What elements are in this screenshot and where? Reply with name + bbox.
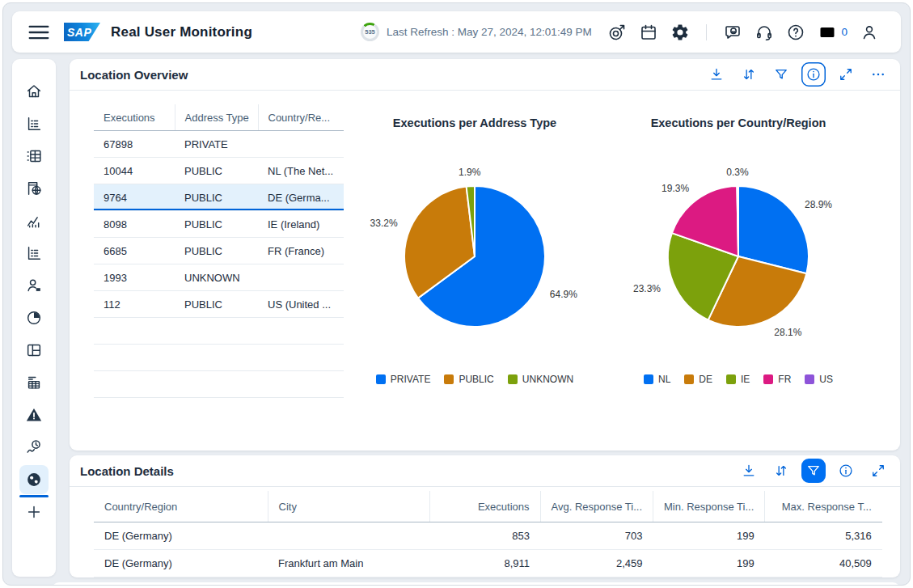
legend-label: PUBLIC bbox=[459, 374, 493, 385]
legend-swatch bbox=[684, 374, 694, 384]
legend-item-ie[interactable]: IE bbox=[726, 374, 750, 385]
table-cell bbox=[258, 131, 344, 158]
legend-item-unknown[interactable]: UNKNOWN bbox=[508, 374, 573, 385]
sidebar-item-users[interactable] bbox=[19, 271, 49, 300]
refresh-countdown-timer[interactable]: 535 bbox=[361, 23, 379, 41]
table-cell bbox=[258, 264, 344, 291]
pie[interactable]: 64.9%33.2%1.9% bbox=[361, 137, 589, 340]
support-button[interactable] bbox=[754, 23, 774, 42]
sidebar-item-dashboard-layout[interactable] bbox=[19, 336, 49, 365]
legend-item-public[interactable]: PUBLIC bbox=[444, 374, 493, 385]
legend-label: NL bbox=[658, 374, 670, 385]
table-row[interactable]: 8098PUBLICIE (Ireland) bbox=[94, 211, 344, 238]
sidebar-item-report-chart-2[interactable] bbox=[19, 239, 49, 268]
table-cell: PRIVATE bbox=[175, 131, 258, 158]
sidebar-item-time-distribution[interactable] bbox=[19, 303, 49, 332]
download-button[interactable] bbox=[737, 459, 761, 483]
help-button[interactable] bbox=[786, 23, 805, 42]
overview-toolbar bbox=[704, 62, 890, 87]
legend-item-nl[interactable]: NL bbox=[644, 374, 670, 385]
download-button[interactable] bbox=[704, 62, 729, 87]
legend-label: FR bbox=[778, 374, 791, 385]
info-button[interactable] bbox=[834, 459, 858, 483]
filter-button[interactable] bbox=[801, 459, 826, 483]
table-row[interactable]: 6685PUBLICFR (France) bbox=[94, 238, 344, 264]
download-icon bbox=[708, 66, 725, 82]
column-header[interactable]: Country/Region bbox=[94, 491, 268, 522]
column-header[interactable]: Executions bbox=[94, 104, 175, 131]
trend-icon bbox=[25, 212, 43, 230]
table-row[interactable]: 67898PRIVATE bbox=[94, 131, 344, 158]
legend-item-private[interactable]: PRIVATE bbox=[376, 374, 431, 385]
location-details-table: Country/RegionCityExecutionsAvg. Respons… bbox=[94, 491, 882, 577]
legend-item-us[interactable]: US bbox=[805, 374, 833, 385]
table-cell: PUBLIC bbox=[175, 238, 258, 264]
table-row[interactable]: DE (Germany)Frankfurt am Main8,9112,4591… bbox=[94, 550, 882, 577]
sort-icon bbox=[773, 463, 789, 479]
pie-percent-label: 28.9% bbox=[805, 199, 832, 210]
pie-percent-label: 19.3% bbox=[662, 183, 689, 194]
column-header[interactable]: Country/Re... bbox=[258, 104, 344, 131]
settings-button[interactable] bbox=[670, 23, 690, 42]
expand-icon bbox=[870, 463, 886, 479]
sidebar-item-data-table[interactable] bbox=[19, 142, 49, 171]
table-cell: 199 bbox=[653, 550, 765, 577]
home-icon bbox=[25, 82, 43, 100]
column-header[interactable]: Min. Response Ti... bbox=[653, 491, 765, 522]
filter-button[interactable] bbox=[769, 62, 793, 87]
feedback-button[interactable] bbox=[723, 23, 742, 42]
table-row[interactable]: DE (Germany)8537031995,316 bbox=[94, 522, 882, 550]
column-header[interactable]: Max. Response T... bbox=[765, 491, 882, 522]
user-badge-icon bbox=[25, 277, 43, 294]
sidebar-item-alerts[interactable] bbox=[19, 400, 49, 429]
overflow-button[interactable] bbox=[866, 62, 890, 87]
table-row[interactable]: 9764PUBLICDE (Germa... bbox=[94, 184, 344, 211]
column-header[interactable]: Executions bbox=[429, 491, 540, 522]
location-overview-titlebar: Location Overview bbox=[70, 59, 900, 91]
sidebar-item-request-table[interactable] bbox=[19, 368, 49, 397]
notifications-button[interactable]: 0 bbox=[818, 23, 847, 42]
expand-button[interactable] bbox=[866, 459, 890, 483]
legend-item-fr[interactable]: FR bbox=[763, 374, 791, 385]
info-button[interactable] bbox=[801, 62, 826, 87]
sidebar-item-web-globe-pages[interactable] bbox=[19, 174, 49, 203]
table-row[interactable]: 1993UNKNOWN bbox=[94, 264, 344, 291]
feedback-icon bbox=[723, 23, 742, 42]
profile-button[interactable] bbox=[860, 23, 879, 42]
table-cell: 853 bbox=[429, 522, 540, 550]
table-cell: PUBLIC bbox=[175, 291, 258, 318]
table-row[interactable]: 10044PUBLICNL (The Net... bbox=[94, 158, 344, 184]
menu-icon[interactable] bbox=[25, 19, 53, 46]
schedule-button[interactable] bbox=[639, 23, 658, 42]
location-overview-panel: Location Overview ExecutionsAddress Type… bbox=[70, 59, 900, 451]
table-cell: 10044 bbox=[94, 158, 175, 184]
clock-wave-icon bbox=[25, 438, 43, 456]
table-cell: 5,316 bbox=[765, 522, 882, 550]
sort-button[interactable] bbox=[737, 62, 761, 87]
column-header[interactable]: Avg. Response Ti... bbox=[540, 491, 653, 522]
expand-button[interactable] bbox=[834, 62, 858, 87]
sidebar-item-report-chart[interactable] bbox=[19, 109, 49, 138]
sidebar-item-performance-trend[interactable] bbox=[19, 206, 49, 235]
table-cell: DE (Germany) bbox=[94, 550, 268, 577]
help-icon bbox=[786, 23, 805, 42]
sort-button[interactable] bbox=[769, 459, 793, 483]
sidebar-item-response-times[interactable] bbox=[19, 433, 49, 462]
address-type-table: ExecutionsAddress TypeCountry/Re...67898… bbox=[94, 104, 344, 398]
legend-swatch bbox=[805, 374, 814, 384]
goal-button[interactable] bbox=[607, 23, 627, 42]
sidebar-item-locations[interactable] bbox=[19, 465, 49, 494]
sidebar-item-add[interactable] bbox=[19, 497, 49, 527]
pie-percent-label: 64.9% bbox=[550, 289, 577, 300]
table-cell: 67898 bbox=[94, 131, 175, 158]
refresh-status: 535 Last Refresh : May 27, 2024, 12:01:4… bbox=[361, 11, 592, 53]
column-header[interactable]: City bbox=[268, 491, 429, 522]
sort-icon bbox=[741, 66, 757, 82]
table-cell: NL (The Net... bbox=[258, 158, 344, 184]
legend-item-de[interactable]: DE bbox=[684, 374, 712, 385]
pie[interactable]: 28.9%28.1%23.3%19.3%0.3% bbox=[624, 137, 852, 340]
panel-title: Location Details bbox=[80, 464, 174, 478]
sidebar-item-home[interactable] bbox=[19, 77, 49, 106]
column-header[interactable]: Address Type bbox=[175, 104, 258, 131]
table-row[interactable]: 112PUBLICUS (United ... bbox=[94, 291, 344, 318]
